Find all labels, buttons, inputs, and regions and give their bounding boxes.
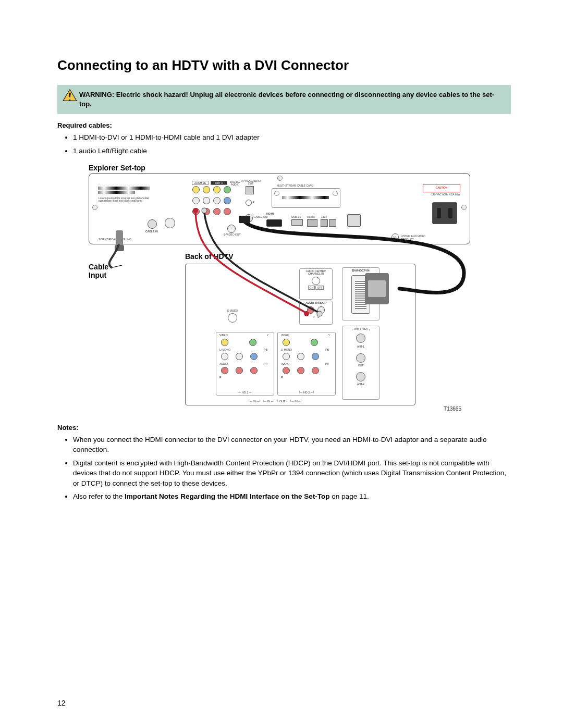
notes-heading: Notes: [57,424,511,431]
back-hdtv-label: Back of HDTV [185,252,234,261]
cable-input-label: Cable Input [89,263,108,280]
required-cables-list: 1 HDMI-to-DVI or 1 HDMI-to-HDMI cable an… [57,132,511,156]
list-item: 1 audio Left/Right cable [73,146,511,156]
dvi-connector [365,273,389,304]
warning-text: WARNING: Electric shock hazard! Unplug a… [79,90,505,109]
warning-box: WARNING: Electric shock hazard! Unplug a… [57,85,511,114]
list-item: Digital content is encrypted with High-B… [73,458,511,489]
page: Connecting to an HDTV with a DVI Connect… [0,0,563,728]
settop-label: Explorer Set-top [89,164,511,172]
required-cables-heading: Required cables: [57,121,511,129]
warning-icon [63,89,77,102]
list-item: Also refer to the Important Notes Regard… [73,491,511,502]
svg-line-1 [111,265,122,268]
settop-back-panel: Lorem ipsum dolor sit amet text placehol… [89,173,470,244]
figure-code: T13665 [444,406,461,412]
page-title: Connecting to an HDTV with a DVI Connect… [57,57,511,73]
warning-body: Electric shock hazard! Unplug all electr… [79,91,494,108]
brand-text: SCIENTIFIC-ATLANTA, INC. [99,238,132,241]
list-item: 1 HDMI-to-DVI or 1 HDMI-to-HDMI cable an… [73,132,511,143]
notes-list: When you connect the HDMI connector to t… [57,435,511,502]
cable-coax-connector [116,230,123,245]
warning-label: WARNING: [79,91,114,98]
page-number: 12 [57,699,66,707]
list-item: When you connect the HDMI connector to t… [73,435,511,455]
connection-diagram: Explorer Set-top Lorem ipsum dolor sit a… [57,164,511,416]
